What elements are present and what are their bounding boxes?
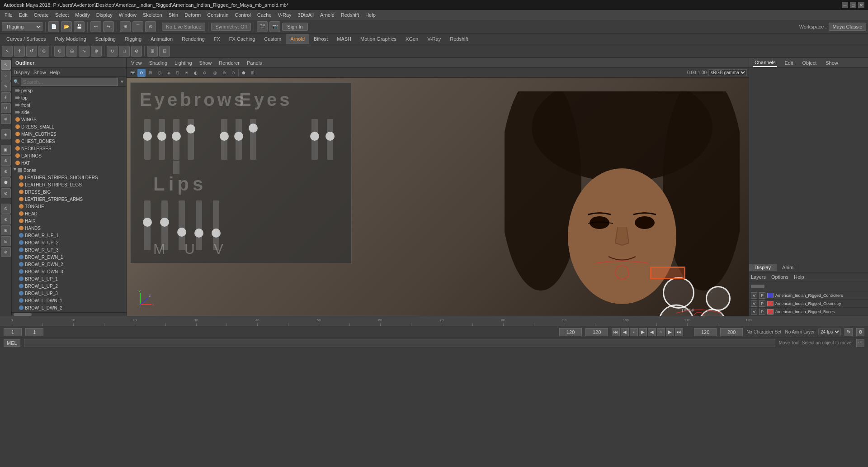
menu-item-skeleton[interactable]: Skeleton [140, 11, 165, 19]
region-select-btn[interactable]: ▣ [1, 145, 11, 155]
module-tab-sculpting[interactable]: Sculpting [91, 34, 120, 44]
scale-tool-btn[interactable]: ⊕ [38, 46, 49, 57]
outliner-item-brow_l_up_3[interactable]: BROW_L_UP_3 [12, 290, 126, 297]
outliner-item-tongue[interactable]: TONGUE [12, 203, 126, 210]
module-tab-animation[interactable]: Animation [146, 34, 177, 44]
menu-item-deform[interactable]: Deform [182, 11, 203, 19]
module-tab-poly-modeling[interactable]: Poly Modeling [50, 34, 90, 44]
snap-curve-btn[interactable]: ⌒ [132, 21, 143, 32]
menu-item-file[interactable]: File [2, 11, 15, 19]
brow-slider-3[interactable] [173, 119, 179, 160]
layer-v-btn-0[interactable]: V [751, 292, 757, 299]
current-frame-input[interactable] [4, 328, 22, 336]
module-tab-rendering[interactable]: Rendering [177, 34, 209, 44]
vp-hud-btn[interactable]: ⊞ [249, 69, 257, 77]
nurbs-btn[interactable]: □ [119, 46, 130, 57]
outliner-menu-show[interactable]: Show [33, 70, 46, 75]
outliner-item-hat[interactable]: HAT [12, 159, 126, 167]
show-manip-btn[interactable]: ◈ [1, 129, 11, 139]
menu-item-3dtoall[interactable]: 3DtoAll [295, 11, 316, 19]
redo-btn[interactable]: ↪ [103, 21, 114, 32]
eye-slider-5[interactable] [327, 119, 333, 160]
lips-thumb-3[interactable] [177, 228, 186, 237]
fps-select[interactable]: 24 fps [818, 329, 841, 335]
lips-slider-1[interactable] [144, 200, 151, 250]
outliner-item-necklesses[interactable]: NECKLESSES [12, 145, 126, 152]
module-tab-xgen[interactable]: XGen [401, 34, 423, 44]
eye-slider-2[interactable] [236, 119, 242, 160]
vp-menu-panels[interactable]: Panels [244, 60, 265, 66]
vp-camera2-btn[interactable]: ⊛ [220, 69, 228, 77]
vp-smooth-btn[interactable]: ◈ [165, 69, 173, 77]
outliner-item-brow_l_dwn_1[interactable]: BROW_L_DWN_1 [12, 297, 126, 304]
brow-slider-1[interactable] [144, 119, 151, 160]
select-tool-btn[interactable]: ↖ [2, 46, 13, 57]
vp-ao-btn[interactable]: ⊘ [201, 69, 209, 77]
minimize-button[interactable]: ─ [842, 2, 848, 8]
snap-point-btn[interactable]: ⊙ [145, 21, 156, 32]
menu-item-cache[interactable]: Cache [255, 11, 274, 19]
outliner-item-brow_r_up_1[interactable]: BROW_R_UP_1 [12, 232, 126, 239]
eye-thumb-5[interactable] [326, 132, 335, 141]
vp-light-btn[interactable]: ☀ [183, 69, 191, 77]
vp-color-btn[interactable]: ⬟ [240, 69, 248, 77]
sculpt-btn[interactable]: ⊛ [1, 167, 11, 176]
brow-thumb-1[interactable] [143, 132, 152, 141]
outliner-item-earings[interactable]: EARINGS [12, 152, 126, 159]
eye-thumb-1[interactable] [220, 132, 229, 141]
layer-p-btn-2[interactable]: P [759, 309, 765, 315]
workspace-dropdown[interactable]: Rigging [2, 22, 42, 31]
prev-frame-btn[interactable]: ‹ [630, 328, 638, 336]
vp-menu-view[interactable]: View [128, 60, 145, 66]
prev-key-btn[interactable]: ◀ [621, 328, 629, 336]
menu-item-select[interactable]: Select [52, 11, 72, 19]
close-button[interactable]: ✕ [858, 2, 864, 8]
redirect-btn[interactable]: ⊘ [1, 188, 11, 198]
menu-item-help[interactable]: Help [363, 11, 378, 19]
vp-menu-show[interactable]: Show [197, 60, 215, 66]
workspace-name[interactable]: Maya Classic [829, 23, 866, 31]
outliner-item-camera-persp[interactable]: persp [12, 87, 126, 94]
outliner-item-dress_big[interactable]: DRESS_BIG [12, 188, 126, 195]
forward-end-btn[interactable]: ⏭ [675, 328, 683, 336]
module-tab-fx-caching[interactable]: FX Caching [225, 34, 259, 44]
range-end2-input[interactable] [585, 328, 608, 336]
nose-rig-rect[interactable] [650, 267, 685, 279]
module-tab-rigging[interactable]: Rigging [120, 34, 146, 44]
lips-thumb-2[interactable] [160, 218, 169, 227]
outliner-item-head[interactable]: HEAD [12, 210, 126, 217]
next-key-btn[interactable]: ▶ [666, 328, 674, 336]
h-scroll-thumb[interactable] [14, 313, 32, 316]
eye-slider-4[interactable] [311, 119, 318, 160]
outliner-item-main_clothes[interactable]: MAIN_CLOTHES [12, 130, 126, 138]
ik-btn[interactable]: ∿ [79, 46, 90, 57]
channels-tab-object[interactable]: Object [800, 59, 818, 67]
vp-wire-btn[interactable]: ⬡ [156, 69, 164, 77]
uv-btn[interactable]: ⊛ [1, 247, 11, 257]
anim-tab[interactable]: Anim [777, 264, 799, 271]
brow-thumb-3[interactable] [172, 132, 181, 141]
module-tab-fx[interactable]: FX [209, 34, 225, 44]
menu-item-create[interactable]: Create [31, 11, 52, 19]
max-frame2-input[interactable] [720, 328, 743, 336]
outliner-item-camera-top[interactable]: top [12, 94, 126, 101]
lips-thumb-4[interactable] [194, 229, 203, 238]
timeline-ruler[interactable]: 0102030405060708090100110120 [12, 316, 749, 326]
snap-grid-btn[interactable]: ⊞ [120, 21, 131, 32]
vp-menu-lighting[interactable]: Lighting [172, 60, 195, 66]
eye-thumb-3[interactable] [249, 124, 258, 133]
brow-slider-2[interactable] [159, 119, 165, 160]
menu-item-control[interactable]: Control [232, 11, 253, 19]
eye-thumb-4[interactable] [310, 132, 319, 141]
menu-item-redshift[interactable]: Redshift [338, 11, 362, 19]
eye-slider-3[interactable] [250, 119, 256, 160]
move-tool-btn[interactable]: ✛ [14, 46, 25, 57]
sign-in-button[interactable]: Sign In [282, 23, 307, 31]
outliner-item-brow_r_dwn_2[interactable]: BROW_R_DWN_2 [12, 261, 126, 268]
outliner-item-brow_l_up_1[interactable]: BROW_L_UP_1 [12, 275, 126, 282]
menu-item-display[interactable]: Display [94, 11, 115, 19]
vp-shadow-btn[interactable]: ◐ [192, 69, 200, 77]
play-back-btn[interactable]: ◀ [648, 328, 656, 336]
vp-camera-btn[interactable]: 📷 [128, 69, 137, 77]
vp-persp-btn[interactable]: ⊙ [137, 69, 146, 77]
